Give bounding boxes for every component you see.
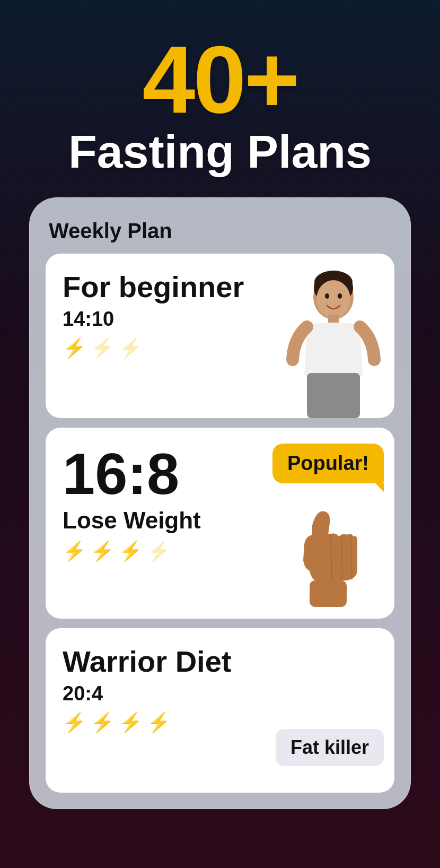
weekly-plan-label: Weekly Plan [46, 219, 394, 243]
lightning-3: ⚡ [119, 540, 143, 562]
header: 40+ Fasting Plans [0, 0, 440, 192]
lightning-3: ⚡ [119, 337, 143, 359]
plan-card-168[interactable]: 16:8 Lose Weight ⚡ ⚡ ⚡ ⚡ Popular! [46, 428, 394, 619]
lightning-2: ⚡ [91, 337, 115, 359]
lightning-2: ⚡ [91, 711, 115, 734]
lightning-2: ⚡ [91, 540, 115, 562]
svg-point-5 [325, 293, 329, 299]
svg-point-10 [311, 328, 356, 365]
thumbs-up-image [272, 497, 389, 619]
lightning-1: ⚡ [63, 711, 86, 734]
svg-rect-12 [310, 580, 347, 607]
plan-count: 40+ [21, 32, 419, 127]
header-subtitle: Fasting Plans [21, 127, 419, 176]
fat-killer-badge: Fat killer [276, 729, 384, 766]
popular-badge: Popular! [272, 444, 384, 483]
svg-point-4 [316, 280, 350, 318]
plan-card-warrior[interactable]: Warrior Diet 20:4 ⚡ ⚡ ⚡ ⚡ Fat killer [46, 628, 394, 793]
warrior-title: Warrior Diet [63, 645, 377, 678]
lightning-4: ⚡ [147, 540, 171, 562]
svg-rect-11 [307, 373, 360, 418]
lightning-1: ⚡ [63, 337, 86, 359]
svg-point-6 [338, 293, 342, 299]
phone-container: Weekly Plan For beginner 14:10 ⚡ ⚡ ⚡ [29, 197, 411, 809]
lightning-1: ⚡ [63, 540, 86, 562]
plan-card-beginner[interactable]: For beginner 14:10 ⚡ ⚡ ⚡ [46, 254, 394, 418]
beginner-person-image [278, 270, 389, 418]
lightning-3: ⚡ [119, 711, 143, 734]
lightning-4: ⚡ [147, 711, 171, 734]
warrior-ratio: 20:4 [63, 682, 377, 705]
